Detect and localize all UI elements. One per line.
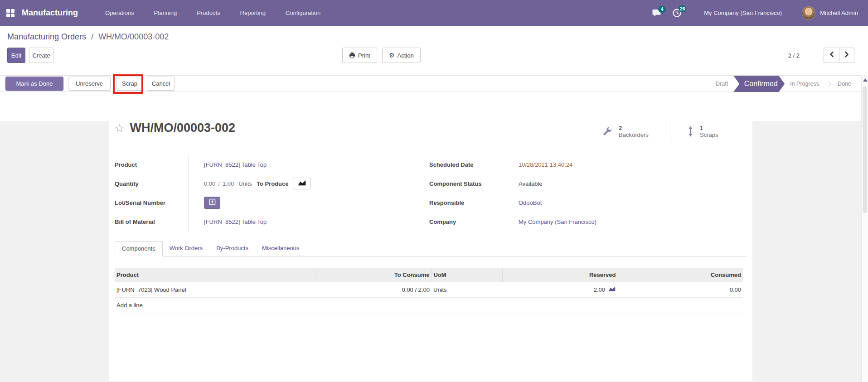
tab-components[interactable]: Components xyxy=(115,241,163,256)
lot-serial-field-label: Lot/Serial Number xyxy=(115,193,189,212)
printer-icon xyxy=(349,52,355,58)
state-separator-chevron-icon xyxy=(825,81,831,87)
quantity-to-produce: 1.00 xyxy=(223,180,234,187)
notebook-tabs: Components Work Orders By-Products Misce… xyxy=(115,241,747,256)
breadcrumb-parent[interactable]: Manufacturing Orders xyxy=(7,32,86,41)
plus-square-icon xyxy=(209,198,216,207)
cancel-button[interactable]: Cancel xyxy=(147,77,175,91)
company-switcher[interactable]: My Company (San Francisco) xyxy=(704,10,782,16)
reserved-value: 2.00 xyxy=(594,286,605,293)
state-in-progress[interactable]: In Progress xyxy=(785,81,824,87)
create-button[interactable]: Create xyxy=(29,48,53,63)
add-a-line-link[interactable]: Add a line xyxy=(115,297,743,313)
cell-to-consume[interactable]: 0.00 / 2.00 xyxy=(316,282,432,297)
form-background: 2 Backorders 1 Scraps ☆ WH/MO/00003-00 xyxy=(0,121,868,382)
product-field-label: Product xyxy=(115,155,189,174)
action-label: Action xyxy=(398,52,414,59)
backorders-label: Backorders xyxy=(619,131,649,138)
user-avatar[interactable] xyxy=(802,6,815,20)
state-draft[interactable]: Draft xyxy=(710,81,733,87)
scraps-count: 1 xyxy=(700,125,718,131)
column-header-uom[interactable]: UoM xyxy=(432,268,502,282)
pager xyxy=(824,48,854,63)
gear-icon: ⚙ xyxy=(389,52,395,58)
stat-button-box: 2 Backorders 1 Scraps xyxy=(585,121,752,142)
page-title: WH/MO/00003-002 xyxy=(130,121,236,135)
user-menu[interactable]: Mitchell Admin xyxy=(820,10,858,16)
quantity-produced: 0.00 xyxy=(204,180,215,187)
quantity-field-label: Quantity xyxy=(115,174,189,193)
company-field-value[interactable]: My Company (San Francisco) xyxy=(519,218,596,225)
tab-miscellaneous[interactable]: Miscellaneous xyxy=(255,241,306,256)
wrench-icon xyxy=(602,126,612,136)
cell-uom[interactable]: Units xyxy=(432,282,502,297)
cell-reserved[interactable]: 2.00 xyxy=(502,282,618,297)
print-button[interactable]: Print xyxy=(342,48,377,63)
bom-field-value[interactable]: [FURN_8522] Table Top xyxy=(204,218,267,225)
product-field-value[interactable]: [FURN_8522] Table Top xyxy=(204,161,267,168)
menu-operations[interactable]: Operations xyxy=(105,10,134,16)
favorite-star-icon[interactable]: ☆ xyxy=(115,123,125,134)
edit-button[interactable]: Edit xyxy=(7,48,25,63)
scrollbar-thumb[interactable] xyxy=(863,86,867,213)
status-pipeline: Draft Confirmed In Progress Done xyxy=(710,76,857,92)
chevron-right-icon xyxy=(844,51,849,59)
scheduled-date-field-label: Scheduled Date xyxy=(429,155,512,174)
area-chart-icon xyxy=(297,179,307,188)
state-done[interactable]: Done xyxy=(832,81,857,87)
responsible-field-value[interactable]: OdooBot xyxy=(519,199,542,206)
column-header-consumed[interactable]: Consumed xyxy=(618,268,743,282)
column-header-to-consume[interactable]: To Consume xyxy=(316,268,432,282)
backorders-stat-button[interactable]: 2 Backorders xyxy=(585,121,670,142)
vertical-scrollbar[interactable] xyxy=(861,75,868,382)
responsible-field-label: Responsible xyxy=(429,193,512,212)
state-confirmed[interactable]: Confirmed xyxy=(733,76,785,92)
quantity-separator: / xyxy=(218,180,220,187)
cell-product[interactable]: [FURN_7023] Wood Panel xyxy=(115,282,316,297)
form-sheet: 2 Backorders 1 Scraps ☆ WH/MO/00003-00 xyxy=(109,121,752,382)
cell-consumed[interactable]: 0.00 xyxy=(618,282,743,297)
company-field-label: Company xyxy=(429,212,512,231)
messages-badge: 4 xyxy=(658,6,666,13)
assign-lot-button[interactable] xyxy=(204,197,220,209)
navbar-right: 4 26 My Company (San Francisco) Mitchell… xyxy=(652,0,868,26)
bom-field-label: Bill of Material xyxy=(115,212,189,231)
apps-menu-icon[interactable] xyxy=(6,9,15,17)
quantity-forecast-button[interactable] xyxy=(293,178,311,189)
field-group: Product [FURN_8522] Table Top Scheduled … xyxy=(115,155,752,231)
pager-next-button[interactable] xyxy=(839,48,854,63)
control-panel: Manufacturing Orders / WH/MO/00003-002 E… xyxy=(0,26,868,75)
breadcrumb: Manufacturing Orders / WH/MO/00003-002 xyxy=(7,32,868,42)
forecast-chart-icon[interactable] xyxy=(608,286,616,293)
app-name[interactable]: Manufacturing xyxy=(22,8,78,18)
menu-configuration[interactable]: Configuration xyxy=(286,10,320,16)
tab-by-products[interactable]: By-Products xyxy=(209,241,255,256)
column-header-reserved[interactable]: Reserved xyxy=(502,268,618,282)
scroll-up-arrow-icon[interactable] xyxy=(863,78,868,82)
control-panel-buttons: Edit Create Print ⚙ Action 2 / 2 xyxy=(7,48,868,63)
column-header-product[interactable]: Product xyxy=(115,268,316,282)
unreserve-button[interactable]: Unreserve xyxy=(68,77,111,91)
quantity-field-value: 0.00 / 1.00 Units To Produce xyxy=(189,174,429,193)
scheduled-date-field-value: 10/28/2021 13:40:24 xyxy=(519,161,572,168)
breadcrumb-current: WH/MO/00003-002 xyxy=(98,32,169,41)
top-navbar: Manufacturing Operations Planning Produc… xyxy=(0,0,868,26)
menu-reporting[interactable]: Reporting xyxy=(240,10,266,16)
scrap-button[interactable]: Scrap xyxy=(116,77,143,91)
activities-button[interactable]: 26 xyxy=(673,9,681,17)
scraps-stat-button[interactable]: 1 Scraps xyxy=(670,121,752,142)
chevron-left-icon xyxy=(829,51,834,59)
messages-button[interactable]: 4 xyxy=(652,9,661,17)
table-row[interactable]: [FURN_7023] Wood Panel 0.00 / 2.00 Units… xyxy=(115,282,743,297)
mark-as-done-button[interactable]: Mark as Done xyxy=(5,77,63,91)
add-line-row: Add a line xyxy=(115,297,743,313)
statusbar: Mark as Done Unreserve Scrap Cancel Draf… xyxy=(0,75,868,92)
quantity-uom: Units xyxy=(238,180,252,187)
tab-work-orders[interactable]: Work Orders xyxy=(163,241,209,256)
pager-previous-button[interactable] xyxy=(824,48,839,63)
menu-planning[interactable]: Planning xyxy=(154,10,177,16)
action-button[interactable]: ⚙ Action xyxy=(382,48,421,63)
breadcrumb-separator: / xyxy=(91,32,93,41)
menu-products[interactable]: Products xyxy=(197,10,220,16)
table-header-row: Product To Consume UoM Reserved Consumed xyxy=(115,268,743,282)
